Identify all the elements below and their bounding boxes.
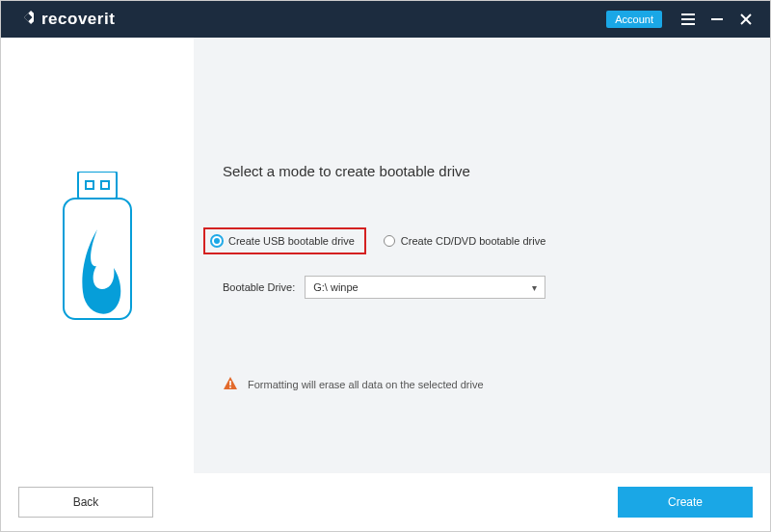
svg-rect-9: [86, 181, 93, 189]
account-button[interactable]: Account: [606, 11, 662, 28]
drive-value: G:\ winpe: [313, 281, 358, 293]
main-panel: Select a mode to create bootable drive C…: [194, 38, 770, 473]
radio-icon: [384, 235, 395, 247]
usb-option-highlight: Create USB bootable drive: [203, 227, 366, 254]
warning-row: Formatting will erase all data on the se…: [223, 376, 770, 393]
app-window: recoverit Account: [0, 0, 771, 532]
usb-drive-icon: [54, 172, 141, 339]
svg-rect-10: [101, 181, 109, 189]
radio-icon: [211, 235, 223, 247]
radio-usb[interactable]: Create USB bootable drive: [211, 235, 355, 247]
page-heading: Select a mode to create bootable drive: [223, 163, 770, 179]
svg-rect-12: [229, 381, 231, 386]
drive-row: Bootable Drive: G:\ winpe ▾: [223, 276, 770, 299]
sidebar: [1, 38, 194, 473]
warning-text: Formatting will erase all data on the se…: [248, 379, 484, 390]
svg-rect-4: [681, 23, 695, 25]
brand-text: recoverit: [41, 10, 115, 29]
warning-icon: [223, 376, 238, 393]
footer: Back Create: [1, 473, 770, 531]
menu-button[interactable]: [674, 6, 703, 33]
svg-rect-8: [78, 172, 117, 199]
brand-logo-icon: [14, 8, 34, 31]
radio-cd-label: Create CD/DVD bootable drive: [401, 235, 545, 247]
svg-rect-5: [711, 18, 723, 20]
minimize-button[interactable]: [703, 6, 731, 33]
titlebar: recoverit Account: [1, 1, 770, 38]
drive-label: Bootable Drive:: [223, 281, 295, 293]
back-button[interactable]: Back: [18, 487, 153, 518]
chevron-down-icon: ▾: [532, 282, 537, 293]
mode-options: Create USB bootable drive Create CD/DVD …: [203, 227, 770, 254]
radio-cd[interactable]: Create CD/DVD bootable drive: [384, 235, 545, 247]
svg-rect-2: [681, 13, 695, 15]
create-button[interactable]: Create: [618, 487, 753, 518]
body: Select a mode to create bootable drive C…: [1, 38, 770, 473]
svg-rect-3: [681, 18, 695, 20]
radio-usb-label: Create USB bootable drive: [228, 235, 355, 247]
svg-rect-13: [229, 386, 231, 388]
brand: recoverit: [14, 8, 115, 31]
close-button[interactable]: [731, 6, 760, 33]
drive-select[interactable]: G:\ winpe ▾: [305, 276, 545, 299]
